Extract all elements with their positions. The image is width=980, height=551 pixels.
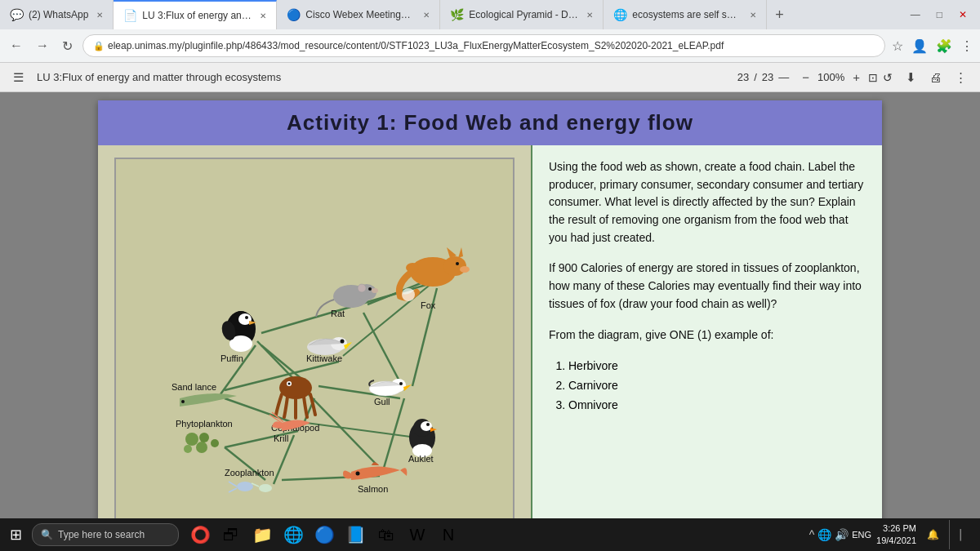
taskbar-edge[interactable]: 🔵	[310, 520, 339, 549]
svg-point-48	[279, 376, 312, 399]
svg-point-25	[456, 262, 459, 265]
tab-favicon: 📄	[123, 9, 137, 22]
print-button[interactable]: 🖨	[926, 69, 945, 86]
window-controls: — □ ✕	[906, 7, 980, 22]
svg-point-69	[356, 472, 360, 476]
taskbar-word[interactable]: W	[403, 520, 432, 549]
pdf-toolbar: ☰ LU 3:Flux of energy and matter through…	[0, 63, 980, 92]
tab-ecosystems[interactable]: 🌐 ecosystems are self sustaining, w ✕	[604, 0, 767, 29]
krill-label: Krill	[274, 433, 288, 443]
menu-icon[interactable]: ⋮	[960, 38, 973, 54]
tab-label: (2) WhatsApp	[29, 9, 88, 20]
phytoplankton-label: Phytoplankton	[176, 419, 233, 429]
tab-ecological[interactable]: 🌿 Ecological Pyramid - Definition, ✕	[440, 0, 604, 29]
taskbar-search[interactable]: 🔍 Type here to search	[32, 523, 179, 546]
maximize-button[interactable]: □	[932, 7, 947, 22]
more-options-button[interactable]: ⋮	[951, 69, 970, 87]
zooplankton-label: Zooplankton	[225, 468, 274, 478]
tray-chevron[interactable]: ^	[809, 528, 815, 541]
taskbar-app2[interactable]: N	[434, 520, 463, 549]
search-icon: 🔍	[41, 529, 53, 540]
q3-item-1: Herbivore	[568, 357, 866, 376]
svg-point-24	[460, 266, 470, 273]
zoom-in-button[interactable]: +	[849, 69, 863, 86]
fit-page-icon[interactable]: ⊡	[868, 71, 878, 84]
tab-lu3[interactable]: 📄 LU 3:Flux of energy and matter th ✕	[114, 0, 277, 29]
food-web-svg: Fox Rat	[127, 170, 502, 513]
taskbar-teams[interactable]: 📘	[341, 520, 370, 549]
rotate-icon[interactable]: ↺	[883, 71, 893, 84]
svg-point-31	[358, 284, 366, 292]
back-button[interactable]: ←	[7, 37, 26, 55]
q3-item-3: Omnivore	[568, 396, 866, 415]
clock-time: 3:26 PM	[876, 522, 916, 535]
new-tab-button[interactable]: +	[767, 7, 792, 24]
close-button[interactable]: ✕	[954, 7, 972, 22]
zoom-level: 100%	[817, 71, 844, 83]
reload-button[interactable]: ↻	[59, 37, 76, 56]
activity-title: Activity 1: Food Web and energy flow	[114, 110, 866, 136]
tab-close[interactable]: ✕	[586, 11, 593, 20]
taskbar-apps: ⭕ 🗗 📁 🌐 🔵 📘 🛍 W N	[185, 520, 806, 549]
tab-close[interactable]: ✕	[260, 11, 266, 20]
auklet-label: Auklet	[408, 454, 434, 464]
tab-favicon: 🌿	[450, 8, 464, 21]
download-button[interactable]: ⬇	[902, 69, 920, 87]
tab-webex[interactable]: 🔵 Cisco Webex Meetings - Meeting ✕	[277, 0, 440, 29]
tab-close[interactable]: ✕	[750, 11, 756, 20]
notification-button[interactable]: 🔔	[921, 520, 944, 549]
profile-icon[interactable]: 👤	[911, 38, 928, 54]
search-placeholder: Type here to search	[58, 529, 145, 540]
salmon-label: Salmon	[358, 484, 388, 494]
taskbar-chrome[interactable]: 🌐	[278, 520, 308, 549]
puffin-label: Puffin	[220, 353, 243, 363]
svg-point-56	[196, 442, 207, 453]
tab-close[interactable]: ✕	[96, 11, 103, 20]
svg-point-42	[341, 340, 345, 344]
tray-network[interactable]: 🌐	[817, 528, 831, 541]
pdf-page-separator: /	[754, 71, 757, 83]
taskbar-store[interactable]: 🛍	[372, 520, 401, 549]
q3-item-2: Carnivore	[568, 376, 866, 396]
pdf-sidebar-toggle[interactable]: ☰	[10, 69, 27, 87]
taskbar-cortana[interactable]: ⭕	[185, 520, 215, 549]
tab-label: ecosystems are self sustaining, w	[632, 9, 742, 20]
svg-point-21	[443, 256, 466, 276]
pdf-content-area: Activity 1: Food Web and energy flow	[0, 92, 980, 519]
show-desktop-button[interactable]: │	[949, 520, 972, 549]
svg-point-29	[372, 288, 378, 293]
svg-point-47	[399, 382, 403, 385]
minimize-button[interactable]: —	[906, 7, 925, 22]
taskbar-taskview[interactable]: 🗗	[216, 520, 246, 549]
question-3-intro: From the diagram, give ONE (1) example o…	[549, 327, 866, 344]
tray-sound[interactable]: 🔊	[835, 528, 849, 541]
pdf-title: LU 3:Flux of energy and matter through e…	[37, 71, 281, 83]
language-indicator[interactable]: ENG	[852, 530, 871, 540]
question-3-section: From the diagram, give ONE (1) example o…	[549, 327, 866, 415]
svg-point-54	[199, 433, 209, 442]
taskbar: ⊞ 🔍 Type here to search ⭕ 🗗 📁 🌐 🔵 📘 🛍 W …	[0, 518, 980, 551]
taskbar-clock[interactable]: 3:26 PM 19/4/2021	[876, 522, 916, 548]
zoom-out-button[interactable]: −	[799, 69, 813, 86]
browser-toolbar-icons: ☆ 👤 🧩 ⋮	[892, 38, 973, 54]
svg-point-43	[181, 400, 185, 403]
svg-point-37	[245, 316, 248, 319]
svg-point-26	[402, 288, 415, 301]
bookmark-icon[interactable]: ☆	[892, 38, 903, 54]
pdf-page-total: 23	[762, 71, 773, 83]
tab-whatsapp[interactable]: 💬 (2) WhatsApp ✕	[0, 0, 114, 29]
svg-point-50	[288, 383, 291, 385]
tab-close[interactable]: ✕	[423, 11, 430, 20]
svg-point-55	[184, 445, 192, 453]
forward-button[interactable]: →	[33, 37, 52, 55]
system-tray: ^ 🌐 🔊 ENG	[809, 528, 871, 541]
url-text: eleap.unimas.my/pluginfile.php/486433/mo…	[108, 40, 724, 51]
text-area: Using the food web as shown, create a fo…	[531, 145, 882, 519]
taskbar-explorer[interactable]: 📁	[247, 520, 277, 549]
svg-point-61	[421, 421, 432, 431]
address-input[interactable]: 🔒 eleap.unimas.my/pluginfile.php/486433/…	[82, 34, 885, 57]
extensions-icon[interactable]: 🧩	[936, 38, 952, 54]
lock-icon: 🔒	[93, 41, 105, 51]
tab-favicon: 🌐	[613, 8, 627, 21]
start-button[interactable]: ⊞	[3, 522, 29, 547]
